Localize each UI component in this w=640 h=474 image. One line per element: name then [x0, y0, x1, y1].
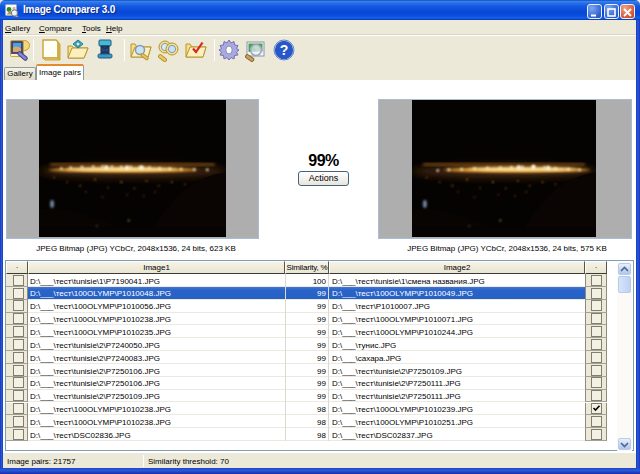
svg-text:?: ?	[280, 42, 289, 58]
